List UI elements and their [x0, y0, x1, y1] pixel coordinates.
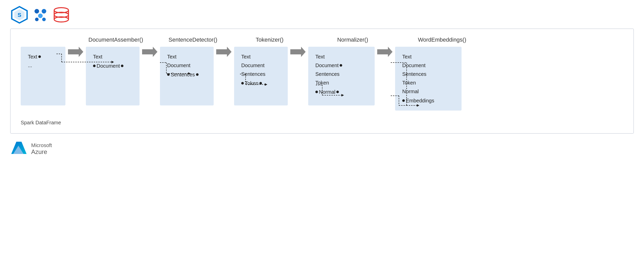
svg-marker-16: [290, 47, 306, 57]
input-text: Text: [28, 52, 58, 61]
svg-marker-15: [216, 47, 232, 57]
svg-point-6: [35, 18, 39, 21]
svg-point-5: [38, 14, 43, 18]
azure-logo: [10, 141, 27, 157]
azure-text: Microsoft Azure: [31, 142, 52, 155]
spark-icon: S: [10, 6, 29, 24]
top-logos: S: [0, 0, 644, 29]
mmlspark-icon: [52, 6, 71, 24]
da-text: Text: [93, 52, 132, 61]
azure-footer: Microsoft Azure: [0, 134, 644, 164]
svg-marker-13: [68, 47, 83, 57]
stage-sentencedetector: Text Document Sentences: [160, 47, 214, 105]
nm-text: Text: [315, 52, 367, 61]
stage-headers: DocumentAssember() SentenceDetector() To…: [21, 37, 623, 43]
svg-point-7: [42, 18, 46, 21]
arrow-2: [140, 47, 160, 57]
input-ellipsis: ...: [28, 61, 58, 70]
we-embeddings: Embeddings: [402, 96, 454, 105]
we-token: Token: [402, 78, 454, 87]
label-tokenizer: Tokenizer(): [256, 37, 284, 43]
we-document: Document: [402, 61, 454, 70]
sd-document: Document: [167, 61, 206, 70]
arrow-4: [288, 47, 308, 57]
input-dataframe: Text ...: [21, 47, 65, 105]
databricks-icon: [31, 6, 50, 24]
stage-normalizer: Text Document Sentences Token Normal: [308, 47, 375, 105]
svg-point-4: [42, 9, 46, 14]
label-sentencedetector: SentenceDetector(): [169, 37, 217, 43]
we-normal: Normal: [402, 87, 454, 96]
tk-document: Document: [241, 61, 281, 70]
da-document: Document: [93, 62, 132, 70]
svg-text:S: S: [18, 12, 21, 18]
nm-sentences: Sentences: [315, 70, 367, 78]
main-container: DocumentAssember() SentenceDetector() To…: [10, 29, 634, 134]
spark-label: Spark DataFrame: [21, 120, 623, 126]
stage-documentassembler: Text Document: [86, 47, 140, 105]
we-sentences: Sentences: [402, 70, 454, 78]
svg-point-3: [34, 9, 39, 14]
sd-text: Text: [167, 52, 206, 61]
microsoft-label: Microsoft: [31, 142, 52, 148]
sd-sentences: Sentences: [167, 70, 206, 79]
arrow-3: [214, 47, 234, 57]
nm-document: Document: [315, 61, 367, 70]
svg-marker-17: [377, 47, 393, 57]
label-documentassembler: DocumentAssember(): [88, 37, 143, 43]
azure-label: Azure: [31, 148, 52, 155]
arrow-1: [65, 47, 86, 57]
pipeline-row: Text ... Text Document Text Document: [21, 47, 623, 111]
label-wordembeddings: WordEmbeddings(): [418, 37, 466, 43]
tk-token: Token: [241, 79, 281, 88]
label-normalizer: Normalizer(): [337, 37, 368, 43]
nm-token: Token: [315, 78, 367, 87]
nm-normal: Normal: [315, 88, 367, 96]
stage-wordembeddings: Text Document Sentences Token Normal Emb…: [395, 47, 462, 111]
svg-marker-14: [142, 47, 157, 57]
we-text: Text: [402, 52, 454, 61]
stage-tokenizer: Text Document Sentences Token: [234, 47, 288, 105]
arrow-5: [375, 47, 395, 57]
tk-sentences: Sentences: [241, 70, 281, 78]
tk-text: Text: [241, 52, 281, 61]
